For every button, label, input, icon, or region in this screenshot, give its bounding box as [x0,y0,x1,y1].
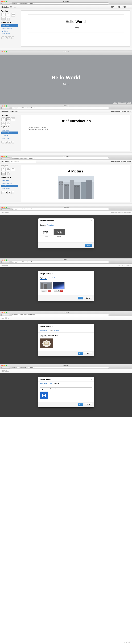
slide-text-editor[interactable]: Here is some text content. We can input … [28,126,124,141]
theme-option[interactable]: 默认 Default [40,229,52,238]
template-option[interactable] [2,17,6,20]
reset-button[interactable]: Reset [118,111,124,112]
close-icon[interactable]: × [92,325,92,328]
forward-button[interactable] [4,3,7,4]
move-down-button[interactable]: ↓ [12,36,14,39]
add-page-button[interactable]: + [2,141,4,144]
slide-canvas[interactable]: Brief Introduction Here is some text con… [21,115,130,151]
template-option[interactable] [6,172,10,175]
page-item[interactable]: Hello World [2,179,18,182]
exit-button[interactable]: EXIT [127,102,130,104]
ok-button[interactable]: OK [78,297,83,300]
template-option[interactable] [11,118,15,121]
ok-button[interactable]: OK [78,403,83,406]
move-up-button[interactable]: ↑ [8,191,11,194]
preview-button[interactable]: Preview [124,6,130,8]
slide-title[interactable]: Brief Introduction [24,119,128,123]
slide-title[interactable]: Hello World [29,20,122,24]
close-icon[interactable]: × [92,272,92,274]
close-icon[interactable]: × [92,220,92,222]
url-bar[interactable]: jinjiang.github.com/h5slides/demo/index.… [12,2,109,4]
cancel-button[interactable]: Cancel [84,352,92,355]
template-option[interactable] [6,122,10,125]
tab-my-images[interactable]: My Images [40,277,47,280]
tab-local[interactable]: Local [49,277,52,280]
tab-local[interactable]: Local [49,330,52,332]
tab-local[interactable]: Local [49,383,52,385]
close-button[interactable]: Close [85,244,92,247]
ok-button[interactable]: OK [78,352,83,355]
move-down-button[interactable]: ↓ [12,191,14,194]
add-page-button[interactable]: + [2,36,4,39]
template-option[interactable] [2,118,6,121]
title-input[interactable]: My First Work [10,111,36,112]
page-item[interactable]: More Pictures [2,187,18,190]
add-page-button[interactable]: + [2,191,4,194]
preview-button[interactable]: Preview [124,161,130,162]
page-item[interactable]: A Picture [2,184,18,187]
close-window[interactable] [2,1,3,2]
template-option[interactable] [2,122,6,125]
themes-button[interactable]: Themes [112,6,118,8]
delete-page-button[interactable]: 🗑 [5,36,8,39]
page-item[interactable]: Brief Introduction [2,182,18,184]
close-icon[interactable]: × [92,378,92,380]
move-up-button[interactable]: ↑ [8,141,11,144]
title-input[interactable] [10,6,36,8]
slide-canvas[interactable]: A Picture [21,165,130,202]
delete-page-button[interactable]: 🗑 [5,191,8,194]
slide-subtitle[interactable]: Jinjiang [29,26,122,28]
tab-transitions[interactable]: Transitions [48,224,54,227]
page-item[interactable]: Brief Introduction [2,132,18,134]
move-up-button[interactable]: ↑ [8,36,11,39]
file-select-button[interactable]: 选择文件 [40,334,47,337]
template-option[interactable] [2,172,6,175]
template-option[interactable] [11,168,15,171]
slide-image[interactable] [58,176,94,199]
page-item[interactable]: More Pictures [2,32,18,35]
template-option[interactable] [6,118,10,121]
page-item[interactable]: More Pictures [2,137,18,140]
choose-button[interactable]: Choose [41,290,47,292]
page-item[interactable]: A Picture [2,134,18,137]
reload-button[interactable] [7,3,10,4]
cancel-button[interactable]: Cancel [84,403,92,406]
tab-internet[interactable]: Internet [54,383,59,385]
presentation-view[interactable]: Hello World Jinjiang 1/4 PREV NEXT GOTO … [0,56,132,104]
page-item[interactable]: Brief Introduction [2,27,18,30]
prev-button[interactable]: PREV [113,102,117,104]
delete-page-button[interactable]: 🗑 [5,141,8,144]
page-item[interactable]: Hello World [2,129,18,132]
themes-button[interactable]: Themes [112,111,118,112]
tab-internet[interactable]: Internet [54,330,59,332]
move-down-button[interactable]: ↓ [12,141,14,144]
choose-button[interactable]: Choose [54,290,60,292]
template-option[interactable] [6,168,10,171]
tab-internet[interactable]: Internet [54,277,59,280]
image-thumb[interactable] [53,282,64,289]
theme-option[interactable]: 反色 Revert [54,229,65,238]
cancel-button[interactable]: Cancel [84,297,92,300]
slide-title[interactable]: A Picture [24,169,128,173]
delete-image-button[interactable]: 🗑 [60,290,64,292]
image-thumb[interactable] [40,282,52,289]
page-item[interactable]: A Picture [2,30,18,32]
minimize-window[interactable] [4,1,5,2]
image-url-input[interactable] [40,388,92,390]
tab-my-images[interactable]: My Images [40,383,47,385]
reset-button[interactable]: Reset [118,161,124,162]
goto-button[interactable]: GOTO [122,102,126,104]
chevron-up-icon[interactable]: ▲ [10,22,11,23]
template-option[interactable] [11,13,15,16]
tab-designs[interactable]: Designs [40,224,46,227]
template-option[interactable] [2,168,6,171]
delete-image-button[interactable]: 🗑 [48,290,50,292]
preview-button[interactable]: Preview [124,111,130,112]
reset-button[interactable]: Reset [118,6,124,8]
tab-my-images[interactable]: My Images [40,330,47,332]
zoom-window[interactable] [6,1,7,2]
themes-button[interactable]: Themes [112,161,118,162]
template-option[interactable] [6,17,10,20]
template-option[interactable] [6,13,10,16]
slide-canvas[interactable]: Hello World Jinjiang [21,10,130,46]
